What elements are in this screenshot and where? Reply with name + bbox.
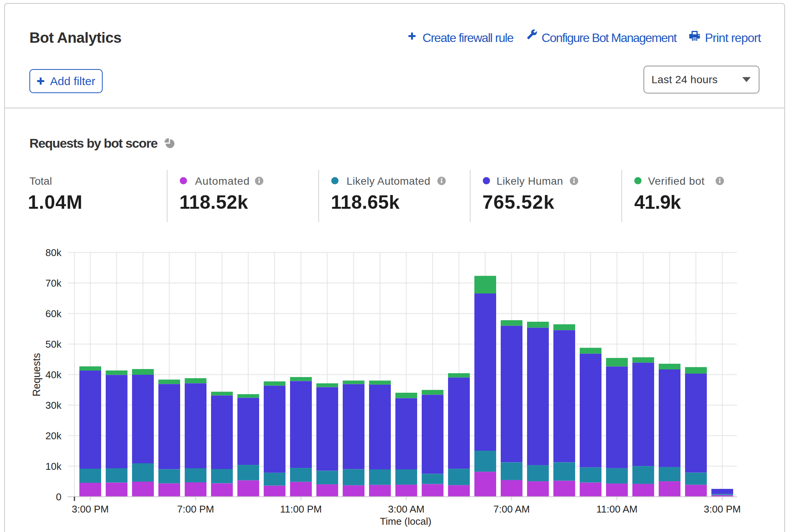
svg-text:0: 0 [56, 491, 61, 503]
svg-text:30k: 30k [45, 400, 62, 411]
svg-text:40k: 40k [45, 369, 62, 380]
svg-text:Time (local): Time (local) [380, 516, 432, 527]
svg-text:80k: 80k [45, 247, 62, 258]
svg-text:11:00 AM: 11:00 AM [597, 503, 638, 515]
svg-text:60k: 60k [45, 308, 62, 319]
svg-text:20k: 20k [45, 430, 62, 442]
svg-text:3:00 AM: 3:00 AM [388, 503, 424, 515]
svg-text:50k: 50k [45, 339, 62, 350]
svg-text:3:00 PM: 3:00 PM [72, 503, 109, 515]
svg-text:11:00 PM: 11:00 PM [280, 503, 322, 515]
svg-text:Requests: Requests [31, 353, 42, 397]
svg-text:10k: 10k [45, 461, 62, 472]
svg-text:7:00 AM: 7:00 AM [493, 503, 530, 515]
svg-text:70k: 70k [45, 277, 62, 289]
svg-text:7:00 PM: 7:00 PM [177, 503, 214, 515]
svg-text:3:00 PM: 3:00 PM [704, 503, 741, 515]
